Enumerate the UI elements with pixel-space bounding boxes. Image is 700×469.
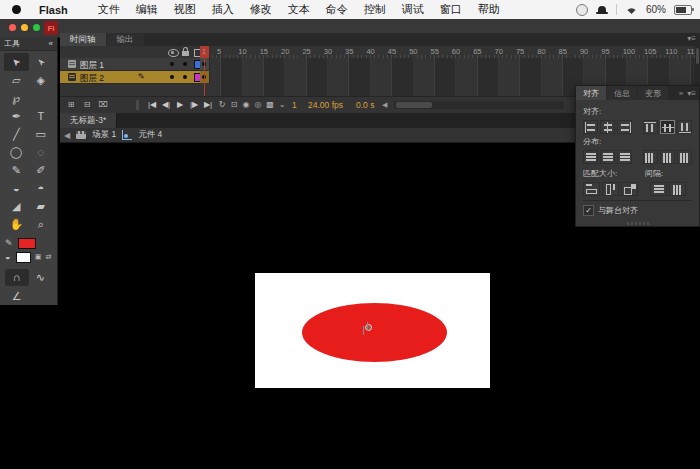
layer-1-visibility-dot[interactable] xyxy=(170,62,174,66)
rectangle-tool[interactable]: ▭ xyxy=(29,125,54,143)
loop-button[interactable]: ↻ xyxy=(216,97,228,113)
panel-resize-grip[interactable] xyxy=(627,222,649,225)
layer-1-lock-dot[interactable] xyxy=(183,62,187,66)
3d-rotation-tool[interactable]: ◈ xyxy=(29,71,54,89)
current-frame-indicator[interactable]: 1 xyxy=(292,97,297,113)
straighten-option[interactable]: ∠ xyxy=(5,288,29,305)
free-transform-tool[interactable]: ▱ xyxy=(4,71,29,89)
smooth-option[interactable]: ∿ xyxy=(29,269,53,286)
align-left-edge-button[interactable] xyxy=(583,120,598,134)
selection-tool[interactable]: ➤ xyxy=(4,53,29,71)
align-collapse-icon[interactable]: » xyxy=(679,89,683,98)
menu-item-3[interactable]: 插入 xyxy=(204,2,242,17)
close-window-button[interactable] xyxy=(9,24,16,31)
hand-tool[interactable]: ✋ xyxy=(4,215,29,233)
menu-item-8[interactable]: 调试 xyxy=(394,2,432,17)
minimize-window-button[interactable] xyxy=(21,24,28,31)
tools-collapse-icon[interactable]: « xyxy=(49,39,53,48)
breadcrumb-symbol[interactable]: 元件 4 xyxy=(138,129,162,141)
show-hide-layers-icon[interactable] xyxy=(168,49,179,57)
layer-1-keyframe[interactable] xyxy=(200,58,210,70)
delete-layer-button[interactable]: ⌧ xyxy=(96,97,110,113)
menu-extra-icon[interactable] xyxy=(576,4,588,16)
match-width-button[interactable] xyxy=(583,182,600,196)
ink-bottle-tool[interactable]: ◓ xyxy=(29,179,54,197)
distribute-bottom-edge-button[interactable] xyxy=(617,150,632,164)
menu-item-app[interactable]: Flash xyxy=(31,4,76,16)
stage-oval-shape[interactable] xyxy=(302,303,447,362)
frame-rate-indicator[interactable]: 24.00 fps xyxy=(308,97,343,113)
tab-transform[interactable]: 变形 xyxy=(638,86,668,100)
layer-row-2[interactable]: 图层 2 ✎ xyxy=(60,71,700,84)
menu-item-1[interactable]: 编辑 xyxy=(128,2,166,17)
layer-2-name[interactable]: 图层 2 xyxy=(80,73,104,85)
layer-2-visibility-dot[interactable] xyxy=(170,75,174,79)
menu-item-0[interactable]: 文件 xyxy=(90,2,128,17)
distribute-vertical-center-button[interactable] xyxy=(600,150,615,164)
match-height-button[interactable] xyxy=(602,182,619,196)
center-frame-button[interactable]: ⊡ xyxy=(228,97,240,113)
menu-item-7[interactable]: 控制 xyxy=(356,2,394,17)
timeline-scroll-left-arrow[interactable]: ◀ xyxy=(382,97,387,113)
layer-2-keyframe[interactable] xyxy=(200,71,210,83)
alfred-hat-icon[interactable] xyxy=(596,6,608,14)
match-width-and-height-button[interactable] xyxy=(621,182,638,196)
align-vertical-center-button[interactable] xyxy=(660,120,675,134)
pencil-tool[interactable]: ✎ xyxy=(4,161,29,179)
new-folder-button[interactable]: ⊟ xyxy=(80,97,94,113)
pen-tool[interactable]: ✒ xyxy=(4,107,29,125)
tab-info[interactable]: 信息 xyxy=(607,86,637,100)
menu-item-6[interactable]: 命令 xyxy=(318,2,356,17)
distribute-right-edge-button[interactable] xyxy=(677,150,692,164)
play-button[interactable]: ▶ xyxy=(173,97,187,113)
go-to-first-frame-button[interactable]: |◀ xyxy=(145,97,159,113)
tab-align[interactable]: 对齐 xyxy=(576,86,606,100)
step-forward-button[interactable]: |▶ xyxy=(187,97,201,113)
default-colors-icon[interactable]: ▣ xyxy=(34,253,41,261)
lasso-tool[interactable]: ℘ xyxy=(4,89,29,107)
subselection-tool[interactable]: ➢ xyxy=(29,53,54,71)
stage-drawing-rectangle[interactable] xyxy=(255,273,490,388)
distribute-top-edge-button[interactable] xyxy=(583,150,598,164)
menu-item-4[interactable]: 修改 xyxy=(242,2,280,17)
layer-row-1[interactable]: 图层 1 xyxy=(60,58,700,71)
line-tool[interactable]: ╱ xyxy=(4,125,29,143)
zoom-window-button[interactable] xyxy=(33,24,40,31)
menu-item-2[interactable]: 视图 xyxy=(166,2,204,17)
layer-2-lock-dot[interactable] xyxy=(183,75,187,79)
snap-to-objects-option[interactable]: ∩ xyxy=(5,269,29,286)
go-to-last-frame-button[interactable]: ▶| xyxy=(201,97,215,113)
space-evenly-horizontally-button[interactable] xyxy=(669,182,686,196)
stroke-color-swatch[interactable] xyxy=(18,238,36,249)
edit-multiple-frames-button[interactable]: ▩ xyxy=(264,97,276,113)
distribute-left-edge-button[interactable] xyxy=(643,150,658,164)
menu-item-9[interactable]: 窗口 xyxy=(432,2,470,17)
text-tool[interactable]: T xyxy=(29,107,54,125)
tab-timeline[interactable]: 时间轴 xyxy=(60,33,106,46)
swap-colors-icon[interactable]: ⇄ xyxy=(45,253,52,261)
onion-skin-outlines-button[interactable]: ◎ xyxy=(252,97,264,113)
menu-item-10[interactable]: 帮助 xyxy=(470,2,508,17)
document-tab[interactable]: 无标题-3* xyxy=(60,113,117,128)
align-bottom-edge-button[interactable] xyxy=(677,120,692,134)
brush-tool[interactable]: ✐ xyxy=(29,161,54,179)
oval-tool[interactable]: ◯ xyxy=(4,143,29,161)
distribute-horizontal-center-button[interactable] xyxy=(660,150,675,164)
wifi-icon[interactable] xyxy=(625,5,638,15)
back-arrow-icon[interactable]: ◀ xyxy=(64,131,70,140)
align-to-stage-checkbox[interactable]: ✓ xyxy=(583,205,594,216)
onion-skin-button[interactable]: ◉ xyxy=(240,97,252,113)
align-horizontal-center-button[interactable] xyxy=(600,120,615,134)
lock-layers-icon[interactable] xyxy=(182,51,189,56)
align-panel-menu-icon[interactable]: ▾≡ xyxy=(687,89,696,98)
battery-icon[interactable] xyxy=(674,5,692,15)
menu-item-5[interactable]: 文本 xyxy=(280,2,318,17)
breadcrumb-scene[interactable]: 场景 1 xyxy=(92,129,116,141)
paint-bucket-tool[interactable]: ◒ xyxy=(4,179,29,197)
fill-color-swatch[interactable] xyxy=(16,252,31,263)
timeline-panel-menu-icon[interactable]: ▾≡ xyxy=(687,34,696,43)
align-top-edge-button[interactable] xyxy=(643,120,658,134)
timeline-horizontal-scrollbar[interactable] xyxy=(394,101,564,109)
new-layer-button[interactable]: ⊞ xyxy=(64,97,78,113)
apple-menu-icon[interactable] xyxy=(12,5,21,14)
